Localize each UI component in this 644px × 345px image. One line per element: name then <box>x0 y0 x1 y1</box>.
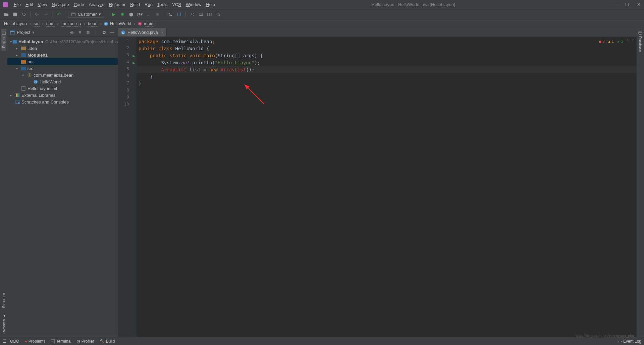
tree-item[interactable]: ▸External Libraries <box>7 92 118 98</box>
crumb-6[interactable]: main <box>143 21 154 26</box>
menu-view[interactable]: View <box>35 2 49 7</box>
tree-item[interactable]: HelloLiayun.iml <box>7 85 118 92</box>
project-panel: Project ▾ ⊕ ≡ ≣ | ✿ — ▾HelloLiayunC:\Use… <box>7 28 118 337</box>
chevron-down-icon[interactable]: ▾ <box>32 30 35 35</box>
tree-item[interactable]: ▸.idea <box>7 45 118 52</box>
svg-rect-6 <box>199 13 203 15</box>
inspection-down-icon[interactable]: ˅ <box>632 38 634 45</box>
close-button[interactable]: ✕ <box>636 2 641 7</box>
menu-tools[interactable]: Tools <box>155 2 170 7</box>
tree-item[interactable]: ▾com.meimeixia.bean <box>7 72 118 78</box>
vcs-icon[interactable] <box>167 11 174 18</box>
settings-icon[interactable] <box>197 11 205 18</box>
expand-icon[interactable]: ≡ <box>77 30 83 35</box>
crumb-5[interactable]: HelloWorld <box>109 21 132 26</box>
split-icon[interactable] <box>206 11 213 18</box>
gear-icon[interactable]: ✿ <box>101 30 107 35</box>
class-icon: C <box>121 30 125 35</box>
menu-vcs[interactable]: VCS <box>170 2 183 7</box>
tree-item[interactable]: out <box>7 58 118 65</box>
tree-item[interactable]: Scratches and Consoles <box>7 98 118 105</box>
menu-code[interactable]: Code <box>71 2 87 7</box>
status-terminal[interactable]: >_ Terminal <box>51 339 71 344</box>
minimize-button[interactable]: — <box>613 2 619 7</box>
side-tab-project[interactable]: Project <box>1 28 6 51</box>
svg-text:C: C <box>105 22 107 26</box>
error-indicator[interactable]: ● 2 <box>599 38 605 45</box>
tree-item[interactable]: ▾src <box>7 65 118 72</box>
tree-item[interactable]: ▸Module01 <box>7 52 118 58</box>
menu-file[interactable]: File <box>11 2 23 7</box>
svg-text:C: C <box>35 80 37 84</box>
maximize-button[interactable]: ❐ <box>625 2 630 7</box>
menu-navigate[interactable]: Navigate <box>49 2 71 7</box>
profile-icon[interactable]: ◔▾ <box>136 11 144 18</box>
close-icon[interactable]: × <box>161 30 164 35</box>
crumb-separator-icon: › <box>132 21 137 26</box>
menu-refactor[interactable]: Refactor <box>107 2 128 7</box>
debug-icon[interactable] <box>119 11 126 18</box>
breadcrumb-bar: HelloLiayun › src › com › meimeixia › be… <box>0 19 644 28</box>
undo-icon[interactable]: ↶ <box>55 11 62 18</box>
crumb-3[interactable]: meimeixia <box>61 21 82 26</box>
project-panel-title: Project <box>17 30 30 35</box>
svg-point-31 <box>639 31 642 32</box>
run-icon[interactable]: ▶ <box>110 11 117 18</box>
stop-icon[interactable]: ■ <box>154 11 161 18</box>
side-tab-database[interactable]: Database <box>637 28 644 55</box>
hint-indicator[interactable]: ✔ 1 <box>618 38 623 45</box>
menu-edit[interactable]: Edit <box>23 2 35 7</box>
watermark: https://blog.csdn.net/yerenyuan_pku <box>575 334 634 338</box>
status-profiler[interactable]: ◔ Profiler <box>77 339 94 344</box>
svg-rect-8 <box>210 13 212 16</box>
crumb-4[interactable]: bean <box>87 21 98 26</box>
class-icon: C <box>104 21 108 26</box>
svg-point-9 <box>217 13 219 15</box>
attach-icon[interactable]: … <box>145 11 152 18</box>
back-icon[interactable]: 🡠 <box>33 11 41 18</box>
search-icon[interactable] <box>215 11 222 18</box>
editor-body[interactable]: 123▶4▶5678910 ● 2 ▲ 1 ✔ 1 ˄ ˅ package co… <box>118 37 637 337</box>
editor-code[interactable]: ● 2 ▲ 1 ✔ 1 ˄ ˅ package com.meimeixia.be… <box>137 37 637 337</box>
menu-window[interactable]: Window <box>183 2 204 7</box>
hide-icon[interactable]: — <box>109 30 115 35</box>
project-tree[interactable]: ▾HelloLiayunC:\Users\32120\IdeaProjects\… <box>7 37 118 337</box>
tree-item[interactable]: CHelloWorld <box>7 78 118 85</box>
crumb-separator-icon: › <box>55 21 61 26</box>
run-config-dropdown[interactable]: Customer ▾ <box>68 11 104 18</box>
tree-item[interactable]: ▾HelloLiayunC:\Users\32120\IdeaProjects\… <box>7 38 118 45</box>
crumb-2[interactable]: com <box>46 21 55 26</box>
editor-gutter[interactable]: 123▶4▶5678910 <box>118 37 137 337</box>
side-tab-structure[interactable]: Structure <box>1 290 6 311</box>
menu-run[interactable]: Run <box>142 2 155 7</box>
inspection-summary[interactable]: ● 2 ▲ 1 ✔ 1 ˄ ˅ <box>599 38 634 45</box>
coverage-icon[interactable] <box>127 11 135 18</box>
warning-indicator[interactable]: ▲ 1 <box>608 38 614 45</box>
menu-help[interactable]: Help <box>204 2 217 7</box>
open-icon[interactable] <box>3 11 10 18</box>
side-tab-favorites[interactable]: Favorites ★ <box>1 311 7 337</box>
collapse-icon[interactable]: ≣ <box>85 30 91 35</box>
status-problems[interactable]: ● Problems <box>24 339 45 344</box>
locate-icon[interactable]: ⊕ <box>69 30 75 35</box>
save-icon[interactable] <box>11 11 19 18</box>
update-icon[interactable] <box>175 11 183 18</box>
inspection-up-icon[interactable]: ˄ <box>627 38 629 45</box>
svg-rect-14 <box>2 32 5 34</box>
crumb-0[interactable]: HelloLiayun <box>3 21 28 26</box>
crumb-1[interactable]: src <box>33 21 40 26</box>
status-todo[interactable]: ☰ TODO <box>3 339 19 344</box>
menu-analyze[interactable]: Analyze <box>87 2 107 7</box>
crumb-separator-icon: › <box>82 21 87 26</box>
svg-rect-25 <box>18 93 19 97</box>
status-eventlog[interactable]: ▭ Event Log <box>618 339 641 344</box>
status-build[interactable]: 🔨 Build <box>100 339 115 344</box>
tab-helloworld[interactable]: C HelloWorld.java × <box>118 28 167 37</box>
svg-text:C: C <box>122 31 124 34</box>
svg-point-27 <box>18 102 20 104</box>
refresh-icon[interactable] <box>20 11 28 18</box>
forward-icon[interactable]: 🡢 <box>42 11 49 18</box>
menu-build[interactable]: Build <box>128 2 142 7</box>
title-bar: File Edit View Navigate Code Analyze Ref… <box>0 0 644 9</box>
structure-icon[interactable] <box>189 11 196 18</box>
